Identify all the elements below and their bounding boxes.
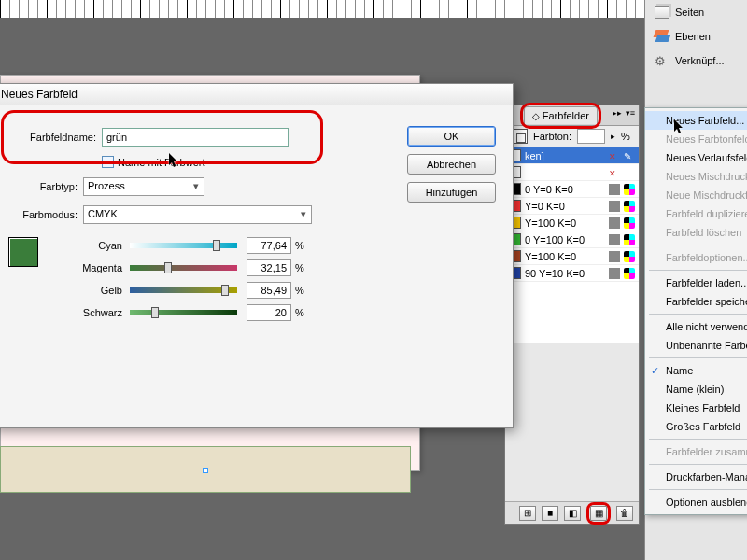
selection-handle[interactable] [203,468,208,473]
slider-label: Schwarz [55,307,130,318]
cancel-button[interactable]: Abbrechen [407,154,496,175]
colormode-value: CMYK [88,208,118,219]
ic-pages-icon [655,6,669,19]
delete-swatch-button[interactable]: 🗑 [616,506,633,521]
pct-label: % [295,240,304,251]
dock-item-seiten[interactable]: Seiten [645,0,747,24]
menu-item[interactable]: Alle nicht verwendeten auswählen [645,317,747,336]
swatch-row[interactable]: 0 Y=0 K=0 [505,181,639,198]
ok-button[interactable]: OK [407,126,496,147]
swatch-name: Y=100 K=0 [525,251,605,262]
colortype-select[interactable]: Prozess [83,177,204,196]
swatch-name-input[interactable] [102,128,289,147]
panel-collapse-icon[interactable]: ▸▸ [613,108,622,118]
swatch-row[interactable] [505,164,639,181]
menu-item[interactable]: Neues Farbfeld... [645,111,747,130]
slider-value-input[interactable] [247,304,291,321]
colormode-select[interactable]: CMYK [83,205,312,224]
menu-item: Neues Farbtonfeld... [645,130,747,148]
slider-value-input[interactable] [247,282,291,299]
menu-item: Farbfeldoptionen... [645,248,747,267]
swatch-kind2-button[interactable]: ◧ [564,506,581,521]
swatch-name: 90 Y=10 K=0 [525,268,605,279]
new-swatch-dialog: Neues Farbfeld Farbfeldname: Name mit Fa… [0,83,514,428]
pencil-icon [624,150,635,161]
slider-track[interactable] [130,287,237,293]
spot-icon [609,234,620,245]
cmyk-icon [624,201,635,212]
slider-label: Magenta [55,262,130,273]
menu-item[interactable]: Großes Farbfeld [645,417,747,436]
dock-item-label: Verknüpf... [675,55,725,66]
swatches-panel: ≡ ◇ Farbfelder ▸▸ ▾≡ Farbton: ▸ % ken] 0… [504,105,640,525]
menu-item[interactable]: Neues Verlaufsfeld... [645,148,747,167]
slider-track[interactable] [130,265,237,271]
cannot-edit-icon [609,150,620,161]
spot-icon [609,184,620,195]
cmyk-icon [624,251,635,262]
swatch-row[interactable]: 90 Y=10 K=0 [505,265,639,282]
swatch-row[interactable]: Y=100 K=0 [505,248,639,265]
swatch-row[interactable]: 0 Y=100 K=0 [505,231,639,248]
swatch-kind-button[interactable]: ■ [542,506,558,521]
colormode-label: Farbmodus: [8,209,83,220]
slider-row-schwarz: Schwarz % [55,304,304,321]
dock-item-ebenen[interactable]: Ebenen [645,24,747,49]
spot-icon [609,217,620,229]
pct-label: % [295,307,304,318]
panel-footer: ⊞ ■ ◧ ▦ 🗑 [505,501,639,524]
slider-value-input[interactable] [247,259,291,276]
colortype-value: Prozess [88,180,125,191]
swatch-flyout-menu: Neues Farbfeld...Neues Farbtonfeld...Neu… [644,107,747,515]
slider-track[interactable] [130,310,237,315]
add-button[interactable]: Hinzufügen [407,182,496,203]
menu-item[interactable]: Kleines Farbfeld [645,399,747,417]
swatch-name: Y=0 K=0 [525,201,605,212]
swatch-row[interactable]: ken] [505,147,639,164]
panel-header: Farbton: ▸ % [505,126,639,147]
menu-separator [649,357,747,358]
panel-menu-icon[interactable]: ▾≡ [626,108,635,118]
menu-item[interactable]: Optionen ausblenden [645,493,747,511]
swatch-name: Y=100 K=0 [525,217,605,229]
dialog-title: Neues Farbfeld [0,84,513,105]
ruler-horizontal[interactable] [0,0,654,19]
ic-links-icon [655,54,669,67]
colortype-label: Farbtyp: [8,181,83,192]
tab-swatches[interactable]: ◇ Farbfelder [524,106,598,124]
slider-label: Gelb [55,285,130,296]
menu-separator [649,245,747,245]
slider-track[interactable] [130,243,237,248]
dock-item-label: Ebenen [675,31,711,42]
slider-value-input[interactable] [247,237,291,254]
swatch-preview [8,237,38,267]
menu-item: Farbfeld löschen [645,223,747,242]
menu-item[interactable]: Name [645,361,747,380]
swatch-row[interactable]: Y=0 K=0 [505,198,639,215]
swatch-list[interactable]: ken] 0 Y=0 K=0 Y=0 K=0 Y=100 K=0 0 Y=10 [505,147,639,343]
spot-icon [609,201,620,212]
menu-separator [649,314,747,315]
tint-pct: % [621,131,630,142]
menu-item[interactable]: Unbenannte Farben hinzufügen [645,336,747,355]
pct-label: % [295,285,304,296]
menu-separator [649,489,747,490]
menu-item[interactable]: Farbfelder speichern... [645,292,747,311]
menu-item[interactable]: Druckfarben-Manager... [645,468,747,486]
slider-row-cyan: Cyan % [55,237,304,254]
swatch-row[interactable]: Y=100 K=0 [505,215,639,231]
menu-item[interactable]: Farbfelder laden... [645,273,747,292]
swatch-name: 0 Y=0 K=0 [525,184,605,195]
show-options-button[interactable]: ⊞ [519,506,536,521]
name-label: Farbfeldname: [8,132,102,143]
ic-layers-icon [655,30,669,43]
panel-tabbar: ≡ ◇ Farbfelder ▸▸ ▾≡ [505,105,639,126]
tint-input[interactable] [577,129,605,144]
menu-item[interactable]: Name (klein) [645,380,747,399]
dock-item-verknüpf...[interactable]: Verknüpf... [645,49,747,73]
tab-swatches-label: Farbfelder [543,110,589,121]
cmyk-icon [624,217,635,229]
name-with-value-checkbox[interactable] [102,156,114,168]
slider-row-magenta: Magenta % [55,259,304,276]
new-swatch-button[interactable]: ▦ [590,506,607,521]
